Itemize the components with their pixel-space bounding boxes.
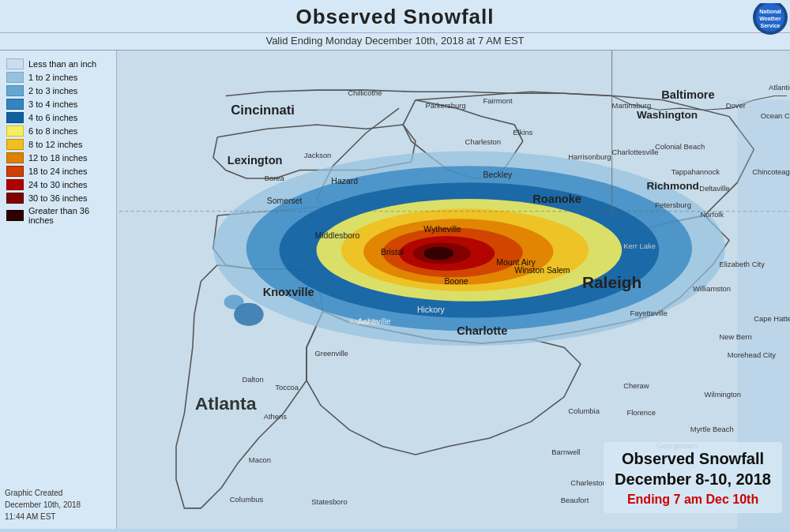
legend-color-swatch: [6, 112, 24, 123]
legend-color-swatch: [6, 152, 24, 163]
legend-item: 3 to 4 inches: [6, 99, 110, 110]
svg-text:Cincinnati: Cincinnati: [231, 103, 295, 118]
svg-text:Wytheville: Wytheville: [423, 225, 461, 234]
svg-point-17: [224, 294, 244, 309]
svg-text:Columbus: Columbus: [230, 495, 264, 504]
svg-text:National: National: [759, 9, 781, 14]
svg-text:Charleston: Charleston: [465, 137, 501, 146]
svg-text:Knoxville: Knoxville: [263, 286, 314, 298]
page-title: Observed Snowfall: [0, 5, 790, 29]
valid-time-line: Valid Ending Monday December 10th, 2018 …: [0, 33, 790, 51]
svg-text:Elkins: Elkins: [513, 128, 532, 137]
svg-text:Washington: Washington: [637, 109, 698, 121]
legend-label-text: 8 to 12 inches: [28, 140, 83, 149]
legend-color-swatch: [6, 193, 24, 204]
svg-text:Athens: Athens: [264, 412, 288, 421]
svg-text:Bristol: Bristol: [381, 248, 404, 257]
svg-text:Hickory: Hickory: [417, 305, 446, 314]
legend-label-text: 6 to 8 inches: [28, 126, 77, 136]
legend-label-text: 18 to 24 inches: [28, 167, 88, 176]
page-header: Observed Snowfall National Weather Servi…: [0, 0, 790, 33]
legend-item: 8 to 12 inches: [6, 139, 110, 150]
svg-text:Hazard: Hazard: [331, 177, 358, 185]
legend-item: 6 to 8 inches: [6, 126, 110, 137]
legend-color-swatch: [6, 85, 24, 96]
svg-text:Asheville: Asheville: [349, 317, 379, 326]
legend-label-text: Less than an inch: [28, 59, 96, 69]
svg-text:Winston Salem: Winston Salem: [514, 266, 570, 275]
legend-item: 4 to 6 inches: [6, 112, 110, 123]
legend-label-text: 3 to 4 inches: [28, 99, 77, 109]
annotation-box: Observed Snowfall December 8-10, 2018 En…: [604, 442, 782, 513]
svg-text:Lexington: Lexington: [228, 154, 283, 167]
svg-text:New Bern: New Bern: [719, 332, 751, 341]
svg-text:Charleston: Charleston: [570, 478, 606, 487]
legend-item: 2 to 3 inches: [6, 85, 110, 96]
svg-text:Beaufort: Beaufort: [561, 496, 589, 504]
svg-text:Jackson: Jackson: [304, 151, 331, 159]
legend-item: Less than an inch: [6, 58, 110, 69]
legend-item: 18 to 24 inches: [6, 166, 110, 177]
svg-text:Greenville: Greenville: [314, 349, 348, 358]
svg-text:Weather: Weather: [759, 16, 781, 21]
svg-text:Cape Hatteras: Cape Hatteras: [754, 314, 790, 323]
svg-text:Dalton: Dalton: [243, 375, 264, 384]
svg-text:Atlanta: Atlanta: [195, 393, 257, 414]
svg-text:Raleigh: Raleigh: [582, 273, 641, 291]
svg-text:Martinsburg: Martinsburg: [612, 101, 652, 110]
svg-text:Toccoa: Toccoa: [275, 383, 299, 392]
svg-text:Chillicothe: Chillicothe: [348, 88, 382, 97]
svg-text:Parkersburg: Parkersburg: [425, 101, 465, 110]
svg-text:Elizabeth City: Elizabeth City: [719, 260, 765, 268]
svg-text:Statesboro: Statesboro: [311, 497, 347, 506]
svg-text:Dover: Dover: [726, 101, 746, 110]
svg-text:Boone: Boone: [445, 277, 468, 286]
svg-text:Williamston: Williamston: [693, 284, 731, 293]
legend-color-swatch: [6, 166, 24, 177]
svg-text:Barnwell: Barnwell: [551, 448, 580, 456]
svg-text:Wilmington: Wilmington: [705, 390, 741, 399]
svg-text:Deltaville: Deltaville: [699, 184, 729, 193]
svg-text:Richmond: Richmond: [646, 180, 698, 192]
svg-text:Morehead City: Morehead City: [728, 350, 776, 359]
legend-item: 1 to 2 inches: [6, 72, 110, 83]
svg-text:Roanoke: Roanoke: [532, 193, 581, 205]
legend-label-text: 12 to 18 inches: [28, 153, 88, 163]
legend-label-text: 2 to 3 inches: [28, 86, 77, 96]
graphic-created-info: Graphic Created December 10th, 2018 11:4…: [5, 487, 81, 523]
annotation-title: Observed Snowfall December 8-10, 2018: [615, 448, 771, 489]
legend-label-text: 24 to 30 inches: [28, 180, 88, 189]
legend-item: 30 to 36 inches: [6, 193, 110, 204]
legend-item: 12 to 18 inches: [6, 152, 110, 163]
legend-panel: Less than an inch1 to 2 inches2 to 3 inc…: [0, 51, 117, 529]
nws-logo: National Weather Service: [727, 3, 782, 35]
svg-text:Norfolk: Norfolk: [700, 210, 724, 219]
snowfall-map: Atlanta Raleigh Cincinnati Lexington Kno…: [117, 51, 790, 529]
svg-text:Ocean City: Ocean City: [761, 111, 790, 120]
svg-text:Middlesboro: Middlesboro: [314, 231, 359, 240]
svg-text:Colonial Beach: Colonial Beach: [655, 142, 705, 151]
annotation-ending: Ending 7 am Dec 10th: [615, 493, 771, 507]
legend-label-text: 1 to 2 inches: [28, 73, 77, 82]
svg-text:Petersburg: Petersburg: [655, 200, 691, 209]
svg-text:Charlottesville: Charlottesville: [612, 148, 659, 156]
legend-item: 24 to 30 inches: [6, 179, 110, 190]
svg-text:Chincoteague: Chincoteague: [752, 167, 790, 176]
svg-text:Columbia: Columbia: [568, 406, 600, 415]
legend-color-swatch: [6, 210, 24, 221]
legend-color-swatch: [6, 72, 24, 83]
svg-text:Charlotte: Charlotte: [457, 324, 507, 337]
svg-text:Harrisonburg: Harrisonburg: [568, 152, 611, 161]
svg-text:Fayetteville: Fayetteville: [630, 309, 668, 317]
svg-text:Borea: Borea: [265, 174, 285, 182]
svg-text:Kerr Lake: Kerr Lake: [623, 242, 656, 250]
svg-point-15: [423, 247, 453, 260]
svg-text:Somerset: Somerset: [267, 197, 303, 205]
legend-color-swatch: [6, 179, 24, 190]
svg-text:Atlantic City: Atlantic City: [769, 83, 790, 92]
svg-text:Fairmont: Fairmont: [483, 96, 513, 105]
legend-color-swatch: [6, 58, 24, 69]
legend-label-text: 4 to 6 inches: [28, 113, 77, 122]
svg-text:Beckley: Beckley: [483, 170, 513, 179]
legend-color-swatch: [6, 99, 24, 110]
